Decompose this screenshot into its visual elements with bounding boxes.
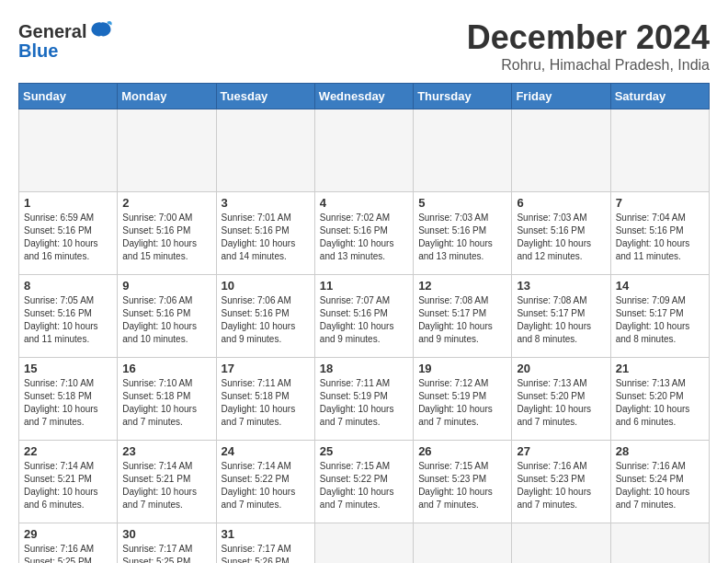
calendar-cell: 31Sunrise: 7:17 AM Sunset: 5:26 PM Dayli… <box>216 523 314 564</box>
cell-content: Sunrise: 7:14 AM Sunset: 5:22 PM Dayligh… <box>222 460 310 511</box>
location: Rohru, Himachal Pradesh, India <box>467 57 710 74</box>
calendar-cell: 21Sunrise: 7:13 AM Sunset: 5:20 PM Dayli… <box>610 358 709 441</box>
day-number: 10 <box>222 279 310 293</box>
day-number: 29 <box>24 527 112 541</box>
calendar-week-row: 15Sunrise: 7:10 AM Sunset: 5:18 PM Dayli… <box>19 358 710 441</box>
cell-content: Sunrise: 7:16 AM Sunset: 5:24 PM Dayligh… <box>616 460 704 511</box>
calendar-cell: 9Sunrise: 7:06 AM Sunset: 5:16 PM Daylig… <box>118 275 216 358</box>
calendar-cell: 11Sunrise: 7:07 AM Sunset: 5:16 PM Dayli… <box>314 275 413 358</box>
day-number: 26 <box>418 444 506 458</box>
calendar-cell: 2Sunrise: 7:00 AM Sunset: 5:16 PM Daylig… <box>118 192 216 275</box>
calendar-cell: 4Sunrise: 7:02 AM Sunset: 5:16 PM Daylig… <box>314 192 413 275</box>
calendar-header-thursday: Thursday <box>414 84 512 109</box>
cell-content: Sunrise: 7:17 AM Sunset: 5:26 PM Dayligh… <box>222 543 310 563</box>
cell-content: Sunrise: 6:59 AM Sunset: 5:16 PM Dayligh… <box>24 212 112 263</box>
title-area: December 2024 Rohru, Himachal Pradesh, I… <box>467 18 710 74</box>
calendar-cell: 16Sunrise: 7:10 AM Sunset: 5:18 PM Dayli… <box>118 358 216 441</box>
day-number: 8 <box>24 279 112 293</box>
day-number: 16 <box>122 362 210 375</box>
calendar-header-row: SundayMondayTuesdayWednesdayThursdayFrid… <box>19 84 710 109</box>
calendar-header-sunday: Sunday <box>19 84 118 109</box>
day-number: 17 <box>222 362 310 375</box>
day-number: 13 <box>517 279 605 293</box>
day-number: 22 <box>24 444 112 458</box>
day-number: 23 <box>122 444 210 458</box>
calendar-header-tuesday: Tuesday <box>216 84 314 109</box>
calendar-cell <box>610 109 709 192</box>
day-number: 27 <box>517 444 605 458</box>
calendar-cell: 22Sunrise: 7:14 AM Sunset: 5:21 PM Dayli… <box>19 441 118 523</box>
cell-content: Sunrise: 7:12 AM Sunset: 5:19 PM Dayligh… <box>418 377 506 429</box>
calendar-cell: 19Sunrise: 7:12 AM Sunset: 5:19 PM Dayli… <box>414 358 512 441</box>
cell-content: Sunrise: 7:05 AM Sunset: 5:16 PM Dayligh… <box>24 294 112 346</box>
calendar-week-row: 29Sunrise: 7:16 AM Sunset: 5:25 PM Dayli… <box>19 523 710 564</box>
day-number: 25 <box>320 444 408 458</box>
day-number: 7 <box>616 196 704 210</box>
calendar-header-saturday: Saturday <box>610 84 709 109</box>
calendar-cell <box>414 109 512 192</box>
day-number: 12 <box>418 279 506 293</box>
cell-content: Sunrise: 7:07 AM Sunset: 5:16 PM Dayligh… <box>320 294 408 346</box>
calendar-cell: 20Sunrise: 7:13 AM Sunset: 5:20 PM Dayli… <box>512 358 610 441</box>
cell-content: Sunrise: 7:13 AM Sunset: 5:20 PM Dayligh… <box>517 377 605 429</box>
logo-bird-icon <box>88 18 114 44</box>
calendar-week-row <box>19 109 710 192</box>
calendar-cell <box>512 109 610 192</box>
cell-content: Sunrise: 7:16 AM Sunset: 5:23 PM Dayligh… <box>517 460 605 511</box>
day-number: 5 <box>418 196 506 210</box>
day-number: 21 <box>616 362 704 375</box>
calendar-cell <box>216 109 314 192</box>
calendar-cell: 27Sunrise: 7:16 AM Sunset: 5:23 PM Dayli… <box>512 441 610 523</box>
calendar-cell: 30Sunrise: 7:17 AM Sunset: 5:25 PM Dayli… <box>118 523 216 564</box>
calendar-cell: 24Sunrise: 7:14 AM Sunset: 5:22 PM Dayli… <box>216 441 314 523</box>
day-number: 4 <box>320 196 408 210</box>
calendar-week-row: 1Sunrise: 6:59 AM Sunset: 5:16 PM Daylig… <box>19 192 710 275</box>
day-number: 30 <box>122 527 210 541</box>
calendar-cell: 1Sunrise: 6:59 AM Sunset: 5:16 PM Daylig… <box>19 192 118 275</box>
cell-content: Sunrise: 7:11 AM Sunset: 5:19 PM Dayligh… <box>320 377 408 429</box>
calendar-cell: 3Sunrise: 7:01 AM Sunset: 5:16 PM Daylig… <box>216 192 314 275</box>
day-number: 3 <box>222 196 310 210</box>
day-number: 19 <box>418 362 506 375</box>
day-number: 11 <box>320 279 408 293</box>
calendar-cell: 29Sunrise: 7:16 AM Sunset: 5:25 PM Dayli… <box>19 523 118 564</box>
calendar-cell: 5Sunrise: 7:03 AM Sunset: 5:16 PM Daylig… <box>414 192 512 275</box>
cell-content: Sunrise: 7:16 AM Sunset: 5:25 PM Dayligh… <box>24 543 112 563</box>
page-header: General Blue December 2024 Rohru, Himach… <box>18 18 710 74</box>
calendar-header-monday: Monday <box>118 84 216 109</box>
day-number: 1 <box>24 196 112 210</box>
calendar-cell: 6Sunrise: 7:03 AM Sunset: 5:16 PM Daylig… <box>512 192 610 275</box>
calendar-table: SundayMondayTuesdayWednesdayThursdayFrid… <box>18 83 710 563</box>
calendar-week-row: 8Sunrise: 7:05 AM Sunset: 5:16 PM Daylig… <box>19 275 710 358</box>
cell-content: Sunrise: 7:13 AM Sunset: 5:20 PM Dayligh… <box>616 377 704 429</box>
cell-content: Sunrise: 7:10 AM Sunset: 5:18 PM Dayligh… <box>122 377 210 429</box>
calendar-cell: 23Sunrise: 7:14 AM Sunset: 5:21 PM Dayli… <box>118 441 216 523</box>
calendar-cell: 12Sunrise: 7:08 AM Sunset: 5:17 PM Dayli… <box>414 275 512 358</box>
day-number: 6 <box>517 196 605 210</box>
calendar-cell <box>118 109 216 192</box>
cell-content: Sunrise: 7:08 AM Sunset: 5:17 PM Dayligh… <box>418 294 506 346</box>
cell-content: Sunrise: 7:04 AM Sunset: 5:16 PM Dayligh… <box>616 212 704 263</box>
calendar-cell <box>314 523 413 564</box>
calendar-cell: 25Sunrise: 7:15 AM Sunset: 5:22 PM Dayli… <box>314 441 413 523</box>
calendar-cell: 14Sunrise: 7:09 AM Sunset: 5:17 PM Dayli… <box>610 275 709 358</box>
day-number: 18 <box>320 362 408 375</box>
calendar-header-friday: Friday <box>512 84 610 109</box>
day-number: 20 <box>517 362 605 375</box>
cell-content: Sunrise: 7:14 AM Sunset: 5:21 PM Dayligh… <box>24 460 112 511</box>
cell-content: Sunrise: 7:02 AM Sunset: 5:16 PM Dayligh… <box>320 212 408 263</box>
calendar-header-wednesday: Wednesday <box>314 84 413 109</box>
cell-content: Sunrise: 7:00 AM Sunset: 5:16 PM Dayligh… <box>122 212 210 263</box>
cell-content: Sunrise: 7:11 AM Sunset: 5:18 PM Dayligh… <box>222 377 310 429</box>
cell-content: Sunrise: 7:15 AM Sunset: 5:22 PM Dayligh… <box>320 460 408 511</box>
day-number: 31 <box>222 527 310 541</box>
logo-general: General <box>18 21 86 42</box>
logo: General Blue <box>18 18 114 62</box>
cell-content: Sunrise: 7:08 AM Sunset: 5:17 PM Dayligh… <box>517 294 605 346</box>
calendar-cell <box>19 109 118 192</box>
day-number: 9 <box>122 279 210 293</box>
day-number: 14 <box>616 279 704 293</box>
logo-blue: Blue <box>18 40 58 62</box>
cell-content: Sunrise: 7:17 AM Sunset: 5:25 PM Dayligh… <box>122 543 210 563</box>
cell-content: Sunrise: 7:15 AM Sunset: 5:23 PM Dayligh… <box>418 460 506 511</box>
